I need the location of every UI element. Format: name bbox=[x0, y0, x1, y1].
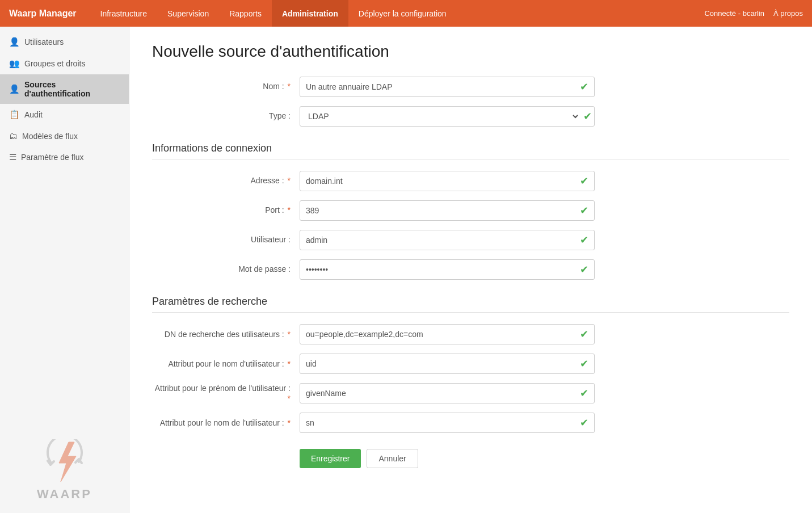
nom-label: Nom : * bbox=[152, 81, 300, 92]
sidebar-item-sources[interactable]: 👤 Sources d'authentification bbox=[0, 74, 129, 104]
dn-row: DN de recherche des utilisateurs : * ✔ bbox=[152, 324, 789, 344]
port-required: * bbox=[288, 205, 291, 215]
attr-prenom-row: Attribut pour le prénom de l'utilisateur… bbox=[152, 383, 789, 403]
port-check-icon: ✔ bbox=[580, 204, 588, 217]
attr-famille-label: Attribut pour le nom de l'utilisateur : … bbox=[152, 418, 300, 428]
adresse-input-wrapper: ✔ bbox=[300, 171, 595, 191]
motdepasse-input-wrapper: ✔ bbox=[300, 259, 595, 280]
sources-icon: 👤 bbox=[9, 84, 20, 94]
utilisateur-check-icon: ✔ bbox=[580, 234, 588, 246]
nom-input-wrapper: ✔ bbox=[300, 77, 595, 97]
adresse-label: Adresse : * bbox=[152, 175, 300, 187]
attr-prenom-label: Attribut pour le prénom de l'utilisateur… bbox=[152, 383, 300, 403]
dn-check-icon: ✔ bbox=[580, 328, 588, 340]
sidebar-label-utilisateurs: Utilisateurs bbox=[24, 37, 64, 47]
attr-nom-row: Attribut pour le nom d'utilisateur : * ✔ bbox=[152, 354, 789, 374]
nom-row: Nom : * ✔ bbox=[152, 77, 789, 97]
cancel-button[interactable]: Annuler bbox=[367, 449, 418, 468]
dn-input-wrapper: ✔ bbox=[300, 324, 595, 344]
utilisateur-input-wrapper: ✔ bbox=[300, 230, 595, 250]
sidebar-item-utilisateurs[interactable]: 👤 Utilisateurs bbox=[0, 31, 129, 53]
group-icon: 👥 bbox=[9, 58, 20, 69]
page-title: Nouvelle source d'authentification bbox=[152, 43, 789, 61]
adresse-input[interactable] bbox=[306, 171, 577, 191]
sidebar-logo: WAARP bbox=[0, 428, 129, 513]
sidebar: 👤 Utilisateurs 👥 Groupes et droits 👤 Sou… bbox=[0, 27, 129, 513]
main-content: Nouvelle source d'authentification Nom :… bbox=[129, 27, 812, 513]
type-label: Type : bbox=[152, 111, 300, 122]
svg-marker-0 bbox=[59, 442, 76, 482]
port-row: Port : * ✔ bbox=[152, 200, 789, 221]
attr-nom-check-icon: ✔ bbox=[580, 358, 588, 370]
navbar: Waarp Manager Infrastructure Supervision… bbox=[0, 0, 812, 27]
parametre-icon: ☰ bbox=[9, 152, 16, 162]
utilisateur-row: Utilisateur : ✔ bbox=[152, 230, 789, 250]
attr-nom-required: * bbox=[288, 359, 291, 368]
attr-prenom-input[interactable] bbox=[306, 384, 577, 403]
attr-nom-input[interactable] bbox=[306, 354, 577, 373]
attr-nom-label: Attribut pour le nom d'utilisateur : * bbox=[152, 359, 300, 369]
port-label: Port : * bbox=[152, 205, 300, 216]
nav-items: Infrastructure Supervision Rapports Admi… bbox=[90, 0, 705, 27]
about-label[interactable]: À propos bbox=[773, 9, 803, 18]
sidebar-item-modeles[interactable]: 🗂 Modèles de flux bbox=[0, 125, 129, 146]
type-check-icon: ✔ bbox=[583, 110, 592, 123]
nav-supervision[interactable]: Supervision bbox=[157, 0, 219, 27]
nav-deployer[interactable]: Déployer la configuration bbox=[348, 0, 457, 27]
dn-input[interactable] bbox=[306, 325, 577, 344]
motdepasse-input[interactable] bbox=[306, 260, 577, 279]
utilisateur-label: Utilisateur : bbox=[152, 234, 300, 246]
attr-famille-required: * bbox=[288, 418, 291, 427]
search-section: Paramètres de recherche DN de recherche … bbox=[152, 296, 789, 433]
sidebar-label-sources: Sources d'authentification bbox=[24, 80, 120, 98]
user-icon: 👤 bbox=[9, 37, 20, 47]
layout: 👤 Utilisateurs 👥 Groupes et droits 👤 Sou… bbox=[0, 27, 812, 513]
type-row: Type : LDAP ✔ bbox=[152, 106, 789, 127]
nav-infrastructure[interactable]: Infrastructure bbox=[90, 0, 157, 27]
nav-rapports[interactable]: Rapports bbox=[219, 0, 272, 27]
sidebar-label-audit: Audit bbox=[24, 110, 43, 119]
connection-section: Informations de connexion Adresse : * ✔ … bbox=[152, 142, 789, 280]
nom-required: * bbox=[288, 82, 291, 91]
dn-label: DN de recherche des utilisateurs : * bbox=[152, 329, 300, 339]
attr-prenom-check-icon: ✔ bbox=[580, 387, 588, 400]
basic-section: Nom : * ✔ Type : LDAP ✔ bbox=[152, 77, 789, 127]
waarp-logo-svg bbox=[39, 439, 90, 485]
motdepasse-label: Mot de passe : bbox=[152, 264, 300, 275]
attr-prenom-required: * bbox=[288, 394, 291, 403]
app-brand[interactable]: Waarp Manager bbox=[9, 9, 77, 19]
sidebar-label-modeles: Modèles de flux bbox=[22, 132, 78, 141]
port-input-wrapper: ✔ bbox=[300, 200, 595, 221]
audit-icon: 📋 bbox=[9, 110, 20, 120]
nom-check-icon: ✔ bbox=[580, 81, 588, 93]
motdepasse-check-icon: ✔ bbox=[580, 263, 588, 276]
save-button[interactable]: Enregistrer bbox=[300, 449, 361, 468]
form-actions: Enregistrer Annuler bbox=[152, 449, 789, 468]
attr-famille-check-icon: ✔ bbox=[580, 417, 588, 429]
type-input-wrapper: LDAP ✔ bbox=[300, 106, 595, 127]
type-select[interactable]: LDAP bbox=[306, 107, 580, 126]
adresse-check-icon: ✔ bbox=[580, 175, 588, 187]
search-section-title: Paramètres de recherche bbox=[152, 296, 789, 313]
sidebar-item-groupes[interactable]: 👥 Groupes et droits bbox=[0, 53, 129, 74]
nom-input[interactable] bbox=[306, 77, 577, 96]
motdepasse-row: Mot de passe : ✔ bbox=[152, 259, 789, 280]
navbar-right: Connecté - bcarlin À propos bbox=[704, 9, 803, 18]
adresse-row: Adresse : * ✔ bbox=[152, 171, 789, 191]
sidebar-label-groupes: Groupes et droits bbox=[24, 59, 85, 68]
connection-section-title: Informations de connexion bbox=[152, 142, 789, 159]
port-input[interactable] bbox=[306, 201, 577, 220]
attr-famille-input[interactable] bbox=[306, 413, 577, 432]
attr-famille-row: Attribut pour le nom de l'utilisateur : … bbox=[152, 413, 789, 433]
modeles-icon: 🗂 bbox=[9, 131, 18, 141]
user-label[interactable]: Connecté - bcarlin bbox=[704, 9, 764, 18]
attr-prenom-input-wrapper: ✔ bbox=[300, 383, 595, 403]
nav-administration[interactable]: Administration bbox=[272, 0, 348, 27]
sidebar-item-audit[interactable]: 📋 Audit bbox=[0, 104, 129, 125]
attr-nom-input-wrapper: ✔ bbox=[300, 354, 595, 374]
sidebar-item-parametre[interactable]: ☰ Paramètre de flux bbox=[0, 146, 129, 168]
attr-famille-input-wrapper: ✔ bbox=[300, 413, 595, 433]
dn-required: * bbox=[288, 330, 291, 339]
sidebar-label-parametre: Paramètre de flux bbox=[21, 153, 84, 162]
utilisateur-input[interactable] bbox=[306, 230, 577, 250]
